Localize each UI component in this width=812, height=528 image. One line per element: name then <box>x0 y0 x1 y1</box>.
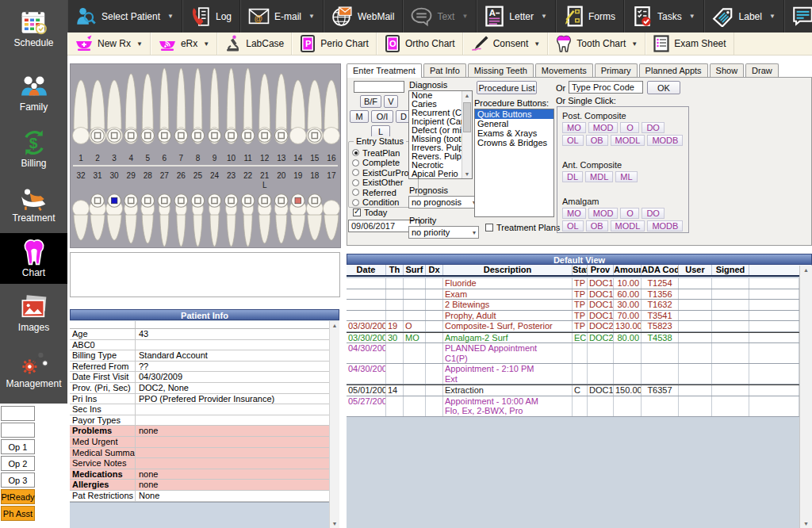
dropdown-arrow-icon[interactable]: ▼ <box>631 40 638 48</box>
tab-primary[interactable]: Primary <box>595 63 638 77</box>
grid-column-header-date[interactable]: Date <box>347 265 386 275</box>
quick-surface-button-o[interactable]: O <box>620 122 639 133</box>
tab-pat-info[interactable]: Pat Info <box>423 63 466 77</box>
diagnosis-item[interactable]: Caries <box>409 100 462 109</box>
treatment-plans-checkbox[interactable]: Treatment Plans <box>485 223 560 232</box>
toolbar-button-label[interactable]: Label▼ <box>704 0 784 33</box>
toolbar-button-forms[interactable]: Forms <box>556 0 624 33</box>
toolbar-button-e-mail[interactable]: @E-mail▼ <box>240 0 324 33</box>
quick-surface-button-ob[interactable]: OB <box>586 135 608 146</box>
scroll-down-icon[interactable]: ▼ <box>800 521 812 526</box>
grid-column-header-prov[interactable]: Prov <box>588 265 614 275</box>
diagnosis-list[interactable]: NoneCariesRecurrent (Car)Incipient (Car)… <box>408 90 473 179</box>
charttool-button-labcase[interactable]: LabCase <box>217 33 292 55</box>
tooth-chart[interactable]: 1234567891011121314151632313029282726252… <box>70 63 341 248</box>
procedure-row[interactable]: Prophy, AdultTPDOC170.00T3541 <box>347 311 799 322</box>
grid-column-header-ada-code[interactable]: ADA Code <box>642 265 679 275</box>
treatment-plans-checkbox-box[interactable] <box>485 224 493 231</box>
quick-surface-button-do[interactable]: DO <box>642 122 665 133</box>
charttool-button-consent[interactable]: Consent▼ <box>463 33 549 55</box>
diagnosis-item[interactable]: Incipient (Car) <box>409 117 462 126</box>
grid-column-header-stat[interactable]: Stat <box>573 265 588 275</box>
dropdown-arrow-icon[interactable]: ▼ <box>689 13 695 20</box>
charttool-button-erx[interactable]: eRx▼ <box>151 33 217 55</box>
diagnosis-item[interactable]: Defect (or miss <box>409 126 462 135</box>
entry-status-option-existother[interactable]: ExistOther <box>352 178 418 188</box>
surface-button-m[interactable]: M <box>350 110 369 123</box>
toolbar-button-popups[interactable]: Popups <box>784 0 812 33</box>
scroll-up-icon[interactable]: ▲ <box>330 323 339 328</box>
op-button-op-1[interactable]: Op 1 <box>1 439 35 454</box>
diagnosis-item[interactable]: Apical Perio <box>409 170 462 178</box>
procedure-row[interactable]: 03/30/200930MOAmalgam-2 SurfECDOC280.00T… <box>347 332 799 344</box>
dropdown-arrow-icon[interactable]: ▼ <box>769 13 776 20</box>
quick-surface-button-ml[interactable]: ML <box>615 171 637 182</box>
dropdown-arrow-icon[interactable]: ▼ <box>541 13 547 20</box>
grid-column-header-description[interactable]: Description <box>443 265 573 275</box>
sidebar-item-images[interactable]: Images <box>0 289 67 339</box>
charttool-button-exam-sheet[interactable]: Exam Sheet <box>645 33 733 55</box>
procedure-category-item[interactable]: Exams & Xrays <box>475 128 553 138</box>
dropdown-arrow-icon[interactable]: ▼ <box>462 13 468 20</box>
today-checkbox[interactable]: Today <box>353 208 387 217</box>
radio-icon[interactable] <box>352 189 359 196</box>
radio-icon[interactable] <box>352 169 359 176</box>
charttool-button-perio-chart[interactable]: PPerio Chart <box>292 33 377 55</box>
surface-button-oi[interactable]: O/I <box>371 110 393 123</box>
radio-icon[interactable] <box>352 149 359 156</box>
quick-surface-button-o[interactable]: O <box>620 208 639 219</box>
radio-icon[interactable] <box>352 159 359 166</box>
diagnosis-item[interactable]: None <box>409 91 462 100</box>
quick-surface-button-ol[interactable]: OL <box>562 135 584 146</box>
quick-surface-button-mod[interactable]: MOD <box>588 208 619 219</box>
chart-notes-box[interactable] <box>70 252 340 297</box>
tab-missing-teeth[interactable]: Missing Teeth <box>468 63 534 77</box>
priority-select[interactable]: no priority ▾ <box>408 226 479 239</box>
sidebar-item-schedule[interactable]: Schedule <box>0 3 67 54</box>
grid-column-header-signed[interactable]: Signed <box>712 265 749 275</box>
dropdown-arrow-icon[interactable]: ▼ <box>136 40 143 48</box>
radio-icon[interactable] <box>352 179 359 186</box>
sidebar-item-chart[interactable]: Chart <box>0 233 67 284</box>
procedure-buttons-list[interactable]: Quick ButtonsGeneralExams & XraysCrowns … <box>474 109 554 217</box>
tab-show[interactable]: Show <box>710 63 745 77</box>
dropdown-arrow-icon[interactable]: ▼ <box>167 13 174 20</box>
quick-surface-button-modl[interactable]: MODL <box>611 135 645 146</box>
radio-icon[interactable] <box>352 199 359 206</box>
patient-info-scrollbar[interactable]: ▲ ▼ <box>329 321 339 528</box>
surface-button-bf[interactable]: B/F <box>360 95 381 108</box>
charttool-button-new-rx[interactable]: New Rx▼ <box>67 33 151 55</box>
op-button-ph-asst[interactable]: Ph Asst <box>1 506 35 521</box>
procedure-category-item[interactable]: Crowns & Bridges <box>475 138 553 147</box>
tab-planned-appts[interactable]: Planned Appts <box>639 63 708 77</box>
tab-movements[interactable]: Movements <box>535 63 593 77</box>
op-button-empty[interactable] <box>1 423 35 438</box>
procedure-row[interactable]: 04/30/2009PLANNED AppointmentC1(P) <box>347 343 799 364</box>
quick-surface-button-mod[interactable]: MOD <box>588 122 619 133</box>
toolbar-button-select-patient[interactable]: Select Patient▼ <box>67 0 182 33</box>
toolbar-button-log[interactable]: Log <box>182 0 240 33</box>
quick-surface-button-mo[interactable]: MO <box>562 122 586 133</box>
scroll-down-icon[interactable]: ▼ <box>330 521 339 526</box>
op-button-empty[interactable] <box>1 406 35 421</box>
quick-surface-button-modb[interactable]: MODB <box>647 220 683 231</box>
grid-column-header-th[interactable]: Th <box>386 265 404 275</box>
diagnosis-item[interactable]: Recurrent (Car) <box>409 109 462 117</box>
sidebar-item-management[interactable]: Management <box>0 344 67 395</box>
procedure-row[interactable]: FluorideTPDOC110.00T1254 <box>347 278 799 289</box>
quick-surface-button-modb[interactable]: MODB <box>647 135 683 146</box>
toolbar-button-tasks[interactable]: Tasks▼ <box>624 0 704 33</box>
procedure-row[interactable]: 04/30/2009Appointment - 2:10 PMExt <box>347 364 799 385</box>
today-checkbox-box[interactable] <box>353 209 361 216</box>
procedure-category-item[interactable]: Quick Buttons <box>475 109 553 119</box>
grid-column-header-dx[interactable]: Dx <box>426 265 443 275</box>
quick-surface-button-ol[interactable]: OL <box>562 220 584 231</box>
grid-column-header-user[interactable]: User <box>679 265 712 275</box>
quick-surface-button-ob[interactable]: OB <box>586 220 608 231</box>
sidebar-item-billing[interactable]: $Billing <box>0 124 67 174</box>
procedure-row[interactable]: ExamTPDOC160.00T1356 <box>347 289 799 300</box>
procedure-list-button[interactable]: Procedure List <box>477 81 537 94</box>
grid-column-header-surf[interactable]: Surf <box>404 265 426 275</box>
grid-column-header-amount[interactable]: Amount <box>614 265 642 275</box>
proc-code-input[interactable] <box>569 81 643 94</box>
